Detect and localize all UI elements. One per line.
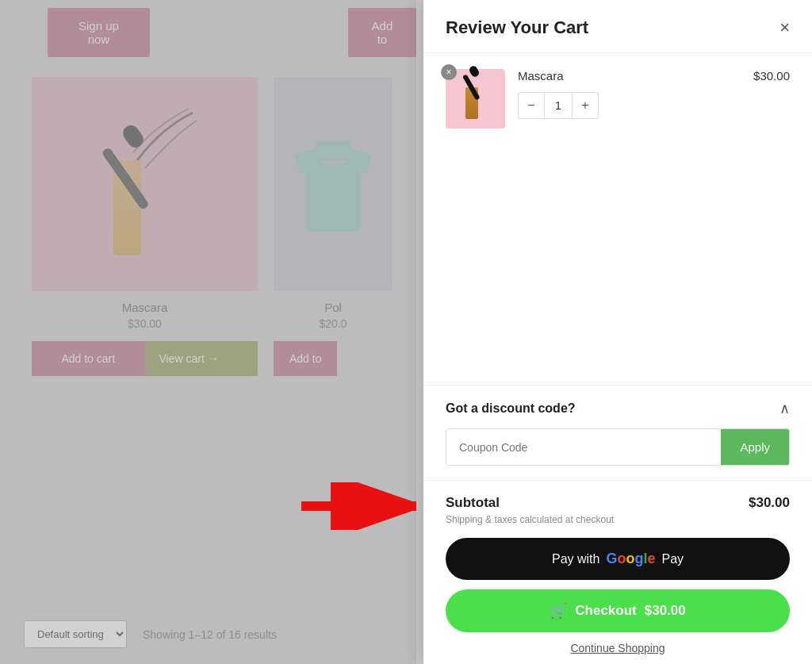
cart-header: Review Your Cart × — [423, 0, 812, 53]
quantity-display: 1 — [544, 93, 573, 118]
cart-icon: 🛒 — [550, 602, 567, 620]
google-g-logo: Google — [606, 551, 655, 567]
subtotal-section: Subtotal $30.00 Shipping & taxes calcula… — [423, 480, 812, 664]
checkout-label: Checkout — [575, 603, 636, 619]
cart-items-area: × Mascara $30.00 − 1 + — [423, 53, 812, 385]
increase-qty-button[interactable]: + — [573, 93, 598, 118]
apply-coupon-button[interactable]: Apply — [721, 429, 789, 465]
checkout-amount: $30.00 — [645, 603, 686, 619]
checkout-button[interactable]: 🛒 Checkout $30.00 — [446, 589, 790, 632]
item-price: $30.00 — [753, 69, 790, 92]
red-arrow — [301, 482, 416, 533]
continue-shopping-link[interactable]: Continue Shopping — [446, 642, 790, 654]
cart-item-mascara: × Mascara $30.00 − 1 + — [446, 69, 790, 129]
overlay-dim — [0, 0, 416, 664]
remove-item-button[interactable]: × — [441, 64, 457, 80]
subtotal-row: Subtotal $30.00 — [446, 495, 790, 511]
item-top-row: Mascara $30.00 — [518, 69, 790, 92]
google-pay-button[interactable]: Pay with Google Pay — [446, 538, 790, 580]
item-details: Mascara $30.00 − 1 + — [518, 69, 790, 119]
close-cart-button[interactable]: × — [779, 19, 790, 36]
small-mascara-brush — [468, 64, 481, 78]
cart-title: Review Your Cart — [446, 17, 588, 38]
subtotal-label: Subtotal — [446, 495, 500, 511]
discount-title: Got a discount code? — [446, 401, 576, 416]
coupon-input[interactable] — [446, 429, 721, 465]
subtotal-amount: $30.00 — [749, 495, 790, 511]
chevron-up-icon: ∧ — [779, 400, 790, 417]
discount-section: Got a discount code? ∧ Apply — [423, 385, 812, 480]
discount-header[interactable]: Got a discount code? ∧ — [446, 400, 790, 417]
quantity-control: − 1 + — [518, 92, 599, 119]
item-image-mascara — [446, 69, 505, 129]
gpay-text-gpay: Pay — [661, 552, 684, 566]
shipping-note: Shipping & taxes calculated at checkout — [446, 514, 790, 525]
decrease-qty-button[interactable]: − — [519, 93, 544, 118]
small-mascara-shape — [456, 75, 496, 123]
coupon-row: Apply — [446, 428, 790, 466]
item-name: Mascara — [518, 69, 564, 83]
cart-panel: Review Your Cart × × Mascara $30.00 − — [423, 0, 812, 664]
gpay-text-pay: Pay with — [552, 552, 599, 566]
arrow-svg — [301, 482, 416, 530]
